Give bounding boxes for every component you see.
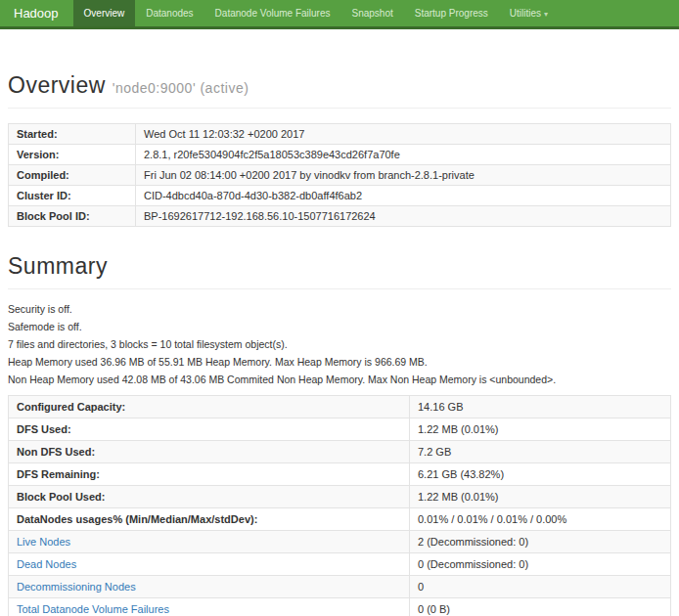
info-value-cluster-id: CID-4dbcd40a-870d-4d30-b382-db0aff4f6ab2 (136, 186, 671, 206)
namenode-info-table: Started: Wed Oct 11 12:03:32 +0200 2017 … (8, 123, 671, 227)
summary-value-volume-failures: 0 (0 B) (410, 598, 671, 616)
table-row: Non DFS Used: 7.2 GB (9, 441, 671, 463)
overview-page-title: Overview 'node0:9000' (active) (8, 72, 671, 99)
dead-nodes-link[interactable]: Dead Nodes (17, 558, 76, 570)
table-row: Configured Capacity: 14.16 GB (9, 396, 671, 418)
summary-value-configured-capacity: 14.16 GB (410, 396, 671, 418)
summary-title: Summary (8, 253, 671, 280)
brand-link[interactable]: Hadoop (0, 0, 73, 26)
tab-datanode-volume-failures[interactable]: Datanode Volume Failures (204, 0, 341, 26)
info-label-compiled: Compiled: (9, 165, 136, 186)
summary-value-non-dfs-used: 7.2 GB (410, 441, 671, 463)
summary-value-dfs-used: 1.22 MB (0.01%) (410, 418, 671, 441)
tab-datanodes[interactable]: Datanodes (135, 0, 204, 26)
summary-label-block-pool-used: Block Pool Used: (9, 486, 410, 508)
tab-overview[interactable]: Overview (73, 0, 136, 26)
nav-tabs: Overview Datanodes Datanode Volume Failu… (73, 0, 559, 26)
info-label-cluster-id: Cluster ID: (9, 186, 136, 206)
summary-divider (8, 288, 671, 289)
tab-utilities-dropdown[interactable]: Utilities▾ (499, 0, 559, 26)
filesystem-objects-status: 7 files and directories, 3 blocks = 10 t… (8, 339, 671, 350)
table-row: Compiled: Fri Jun 02 08:14:00 +0200 2017… (9, 165, 671, 186)
main-content: Overview 'node0:9000' (active) Started: … (0, 72, 679, 616)
table-row: Cluster ID: CID-4dbcd40a-870d-4d30-b382-… (9, 186, 671, 206)
security-status: Security is off. (8, 304, 671, 315)
summary-value-decommissioning-nodes: 0 (410, 576, 671, 598)
info-label-block-pool-id: Block Pool ID: (9, 206, 136, 227)
table-row: Decommissioning Nodes 0 (9, 576, 671, 598)
decommissioning-nodes-link[interactable]: Decommissioning Nodes (17, 581, 136, 593)
navbar: Hadoop Overview Datanodes Datanode Volum… (0, 0, 679, 29)
table-row: DFS Remaining: 6.21 GB (43.82%) (9, 463, 671, 486)
summary-label-dead-nodes: Dead Nodes (9, 553, 410, 576)
summary-status-text: Security is off. Safemode is off. 7 file… (8, 304, 671, 385)
summary-value-block-pool-used: 1.22 MB (0.01%) (410, 486, 671, 508)
overview-title-text: Overview (8, 72, 106, 98)
tab-snapshot[interactable]: Snapshot (340, 0, 403, 26)
table-row: Dead Nodes 0 (Decommissioned: 0) (9, 553, 671, 576)
safemode-status: Safemode is off. (8, 322, 671, 332)
summary-label-volume-failures: Total Datanode Volume Failures (9, 598, 410, 616)
tab-startup-progress[interactable]: Startup Progress (404, 0, 499, 26)
summary-label-configured-capacity: Configured Capacity: (9, 396, 410, 418)
summary-label-dfs-used: DFS Used: (9, 418, 410, 441)
summary-label-dfs-remaining: DFS Remaining: (9, 463, 410, 486)
summary-label-datanode-usages: DataNodes usages% (Min/Median/Max/stdDev… (9, 508, 410, 531)
live-nodes-link[interactable]: Live Nodes (17, 536, 70, 548)
summary-label-decommissioning-nodes: Decommissioning Nodes (9, 576, 410, 598)
tab-utilities-label: Utilities (510, 8, 541, 19)
table-row: Started: Wed Oct 11 12:03:32 +0200 2017 (9, 124, 671, 145)
total-datanode-volume-failures-link[interactable]: Total Datanode Volume Failures (17, 603, 169, 615)
table-row: Version: 2.8.1, r20fe5304904fc2f5a18053c… (9, 145, 671, 165)
table-row: Total Datanode Volume Failures 0 (0 B) (9, 598, 671, 616)
namenode-address-label: 'node0:9000' (active) (113, 80, 249, 96)
info-value-compiled: Fri Jun 02 08:14:00 +0200 2017 by vinodk… (136, 165, 671, 186)
info-value-started: Wed Oct 11 12:03:32 +0200 2017 (136, 124, 671, 145)
summary-label-live-nodes: Live Nodes (9, 531, 410, 553)
table-row: Live Nodes 2 (Decommissioned: 0) (9, 531, 671, 553)
summary-value-dead-nodes: 0 (Decommissioned: 0) (410, 553, 671, 576)
info-label-started: Started: (9, 124, 136, 145)
summary-table: Configured Capacity: 14.16 GB DFS Used: … (8, 395, 671, 616)
table-row: Block Pool Used: 1.22 MB (0.01%) (9, 486, 671, 508)
overview-divider (8, 108, 671, 109)
info-value-version: 2.8.1, r20fe5304904fc2f5a18053c389e43cd2… (136, 145, 671, 165)
info-label-version: Version: (9, 145, 136, 165)
summary-value-live-nodes: 2 (Decommissioned: 0) (410, 531, 671, 553)
table-row: DataNodes usages% (Min/Median/Max/stdDev… (9, 508, 671, 531)
heap-memory-status: Heap Memory used 36.96 MB of 55.91 MB He… (8, 357, 671, 368)
summary-label-non-dfs-used: Non DFS Used: (9, 441, 410, 463)
non-heap-memory-status: Non Heap Memory used 42.08 MB of 43.06 M… (8, 374, 671, 385)
caret-down-icon: ▾ (544, 10, 548, 19)
table-row: Block Pool ID: BP-1692617712-192.168.56.… (9, 206, 671, 227)
summary-value-dfs-remaining: 6.21 GB (43.82%) (410, 463, 671, 486)
table-row: DFS Used: 1.22 MB (0.01%) (9, 418, 671, 441)
info-value-block-pool-id: BP-1692617712-192.168.56.10-150771617262… (136, 206, 671, 227)
summary-value-datanode-usages: 0.01% / 0.01% / 0.01% / 0.00% (410, 508, 671, 531)
